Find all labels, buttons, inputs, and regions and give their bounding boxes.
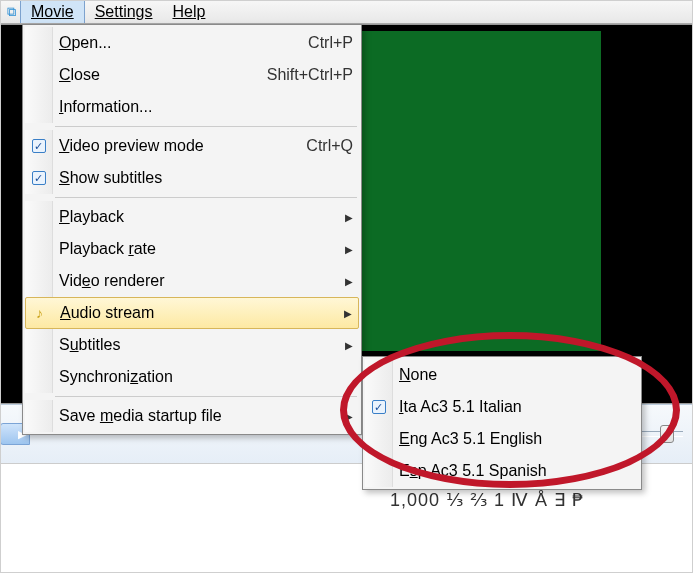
audio-stream-submenu: None ✓ Ita Ac3 5.1 Italian Eng Ac3 5.1 E…: [362, 356, 642, 490]
menu-item-label: Information...: [59, 98, 353, 116]
menu-item-show-subtitles[interactable]: ✓ Show subtitles: [25, 162, 359, 194]
submenu-item-label: Eng Ac3 5.1 English: [399, 430, 639, 448]
menu-item-label: Video preview mode: [59, 137, 296, 155]
separator: [55, 396, 357, 397]
submenu-arrow-icon: ▶: [345, 212, 353, 223]
menu-item-label: Show subtitles: [59, 169, 353, 187]
menu-item-label: Audio stream: [60, 304, 336, 322]
app-icon: ⧉: [2, 0, 20, 23]
submenu-item-italian[interactable]: ✓ Ita Ac3 5.1 Italian: [365, 391, 639, 423]
menu-item-synchronization[interactable]: Synchronization: [25, 361, 359, 393]
menu-item-playback-rate[interactable]: Playback rate ▶: [25, 233, 359, 265]
menu-item-video-renderer[interactable]: Video renderer ▶: [25, 265, 359, 297]
menu-item-label: Video renderer: [59, 272, 337, 290]
menu-help[interactable]: Help: [163, 0, 216, 23]
seek-handle[interactable]: [660, 425, 674, 443]
check-icon: ✓: [372, 400, 386, 414]
menu-item-label: Synchronization: [59, 368, 353, 386]
submenu-item-label: None: [399, 366, 639, 384]
menu-item-playback[interactable]: Playback ▶: [25, 201, 359, 233]
shortcut: Ctrl+Q: [306, 137, 353, 155]
separator: [55, 197, 357, 198]
submenu-item-label: Esp Ac3 5.1 Spanish: [399, 462, 639, 480]
submenu-item-spanish[interactable]: Esp Ac3 5.1 Spanish: [365, 455, 639, 487]
check-icon: ✓: [32, 139, 46, 153]
menu-item-label: Playback: [59, 208, 337, 226]
submenu-item-english[interactable]: Eng Ac3 5.1 English: [365, 423, 639, 455]
status-sample-text: 1,000 ⅓ ⅔ 1 Ⅳ Å ∃ ₱: [390, 489, 584, 511]
submenu-arrow-icon: ▶: [345, 276, 353, 287]
check-icon: ✓: [32, 171, 46, 185]
menu-item-information[interactable]: Information...: [25, 91, 359, 123]
menu-item-save-media[interactable]: Save media startup file ▶: [25, 400, 359, 432]
submenu-arrow-icon: ▶: [345, 340, 353, 351]
menu-movie[interactable]: Movie: [20, 0, 85, 23]
submenu-item-none[interactable]: None: [365, 359, 639, 391]
menu-item-label: Open...: [59, 34, 298, 52]
menu-item-audio-stream[interactable]: ♪ Audio stream ▶: [25, 297, 359, 329]
menu-item-subtitles[interactable]: Subtitles ▶: [25, 329, 359, 361]
shortcut: Shift+Ctrl+P: [267, 66, 353, 84]
menubar: ⧉ Movie Settings Help: [0, 0, 693, 24]
separator: [55, 126, 357, 127]
menu-item-label: Save media startup file: [59, 407, 337, 425]
movie-menu: Open... Ctrl+P Close Shift+Ctrl+P Inform…: [22, 24, 362, 435]
menu-item-label: Subtitles: [59, 336, 337, 354]
submenu-arrow-icon: ▶: [345, 244, 353, 255]
menu-item-open[interactable]: Open... Ctrl+P: [25, 27, 359, 59]
menu-item-label: Playback rate: [59, 240, 337, 258]
menu-settings[interactable]: Settings: [85, 0, 163, 23]
shortcut: Ctrl+P: [308, 34, 353, 52]
submenu-arrow-icon: ▶: [344, 308, 352, 319]
menu-item-close[interactable]: Close Shift+Ctrl+P: [25, 59, 359, 91]
submenu-arrow-icon: ▶: [345, 411, 353, 422]
menu-item-label: Close: [59, 66, 257, 84]
menu-item-video-preview[interactable]: ✓ Video preview mode Ctrl+Q: [25, 130, 359, 162]
music-note-icon: ♪: [36, 305, 43, 321]
submenu-item-label: Ita Ac3 5.1 Italian: [399, 398, 639, 416]
